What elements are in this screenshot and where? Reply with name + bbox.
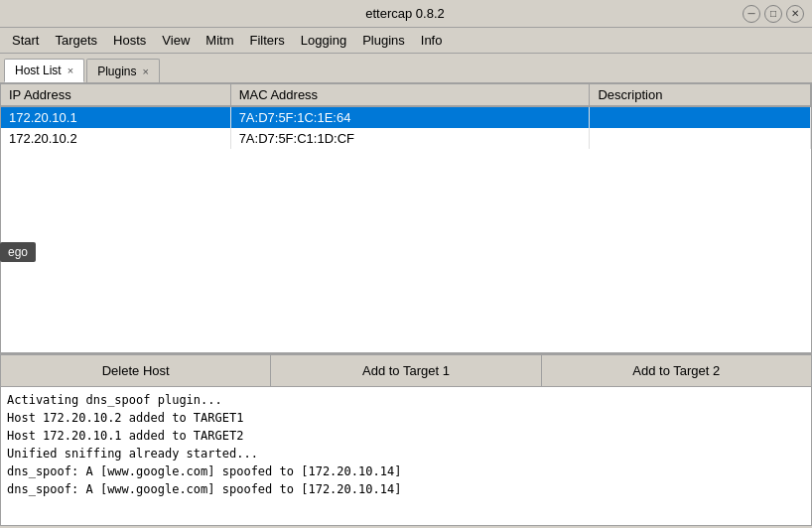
log-line: dns_spoof: A [www.google.com] spoofed to… (7, 462, 805, 480)
table-row[interactable]: 172.20.10.27A:D7:5F:C1:1D:CF (1, 128, 811, 149)
add-target1-button[interactable]: Add to Target 1 (270, 354, 540, 387)
col-header-ip: IP Address (1, 84, 230, 106)
log-area[interactable]: Activating dns_spoof plugin...Host 172.2… (0, 387, 812, 526)
menu-item-plugins[interactable]: Plugins (354, 31, 413, 50)
menu-item-hosts[interactable]: Hosts (105, 31, 154, 50)
cell-mac-1: 7A:D7:5F:C1:1D:CF (230, 128, 590, 149)
title-bar: ettercap 0.8.2 ─ □ ✕ (0, 0, 812, 28)
menu-item-info[interactable]: Info (413, 31, 451, 50)
title-bar-controls: ─ □ ✕ (743, 5, 804, 23)
add-target2-button[interactable]: Add to Target 2 (541, 354, 812, 387)
log-line: Host 172.20.10.2 added to TARGET1 (7, 409, 805, 427)
cell-ip-1: 172.20.10.2 (1, 128, 230, 149)
app-title: ettercap 0.8.2 (68, 6, 743, 21)
menu-item-targets[interactable]: Targets (47, 31, 105, 50)
tab-plugins-close[interactable]: × (142, 66, 148, 77)
tab-plugins[interactable]: Plugins × (86, 59, 160, 82)
delete-host-button[interactable]: Delete Host (0, 354, 270, 387)
menu-item-start[interactable]: Start (4, 31, 47, 50)
action-buttons: Delete Host Add to Target 1 Add to Targe… (0, 353, 812, 387)
cell-desc-0 (590, 106, 811, 128)
tab-host-list[interactable]: Host List × (4, 59, 84, 82)
tabs-bar: Host List × Plugins × (0, 54, 812, 83)
menu-item-filters[interactable]: Filters (241, 31, 292, 50)
log-line: Unified sniffing already started... (7, 445, 805, 462)
minimize-button[interactable]: ─ (743, 5, 760, 23)
maximize-button[interactable]: □ (764, 5, 782, 23)
log-line: Host 172.20.10.1 added to TARGET2 (7, 427, 805, 445)
col-header-mac: MAC Address (230, 84, 590, 106)
log-line: Activating dns_spoof plugin... (7, 391, 805, 409)
close-button[interactable]: ✕ (786, 5, 804, 23)
cell-mac-0: 7A:D7:5F:1C:1E:64 (230, 106, 590, 128)
host-table-container: IP Address MAC Address Description 172.2… (0, 83, 812, 353)
host-table: IP Address MAC Address Description 172.2… (1, 84, 811, 149)
log-line: dns_spoof: A [www.google.com] spoofed to… (7, 480, 805, 498)
main-content: ego IP Address MAC Address Description 1… (0, 83, 812, 526)
tab-host-list-close[interactable]: × (68, 65, 73, 76)
menu-item-mitm[interactable]: Mitm (198, 31, 241, 50)
col-header-desc: Description (590, 84, 811, 106)
tab-plugins-label: Plugins (97, 65, 136, 78)
cell-desc-1 (590, 128, 811, 149)
table-row[interactable]: 172.20.10.17A:D7:5F:1C:1E:64 (1, 106, 811, 128)
cell-ip-0: 172.20.10.1 (1, 106, 230, 128)
menu-item-view[interactable]: View (154, 31, 198, 50)
menu-item-logging[interactable]: Logging (293, 31, 354, 50)
tooltip: ego (0, 242, 36, 262)
tab-host-list-label: Host List (15, 64, 62, 77)
table-header-row: IP Address MAC Address Description (1, 84, 811, 106)
menu-bar: Start Targets Hosts View Mitm Filters Lo… (0, 28, 812, 54)
